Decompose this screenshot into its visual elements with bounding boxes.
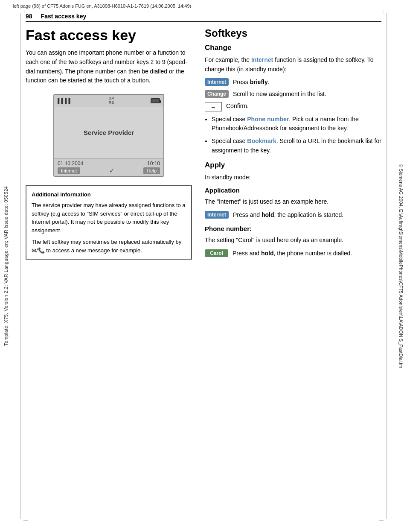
battery-icon	[151, 98, 160, 103]
key-row-carol: Carol Press and hold, the phone number i…	[205, 249, 381, 258]
gp-rs-label: GPRS	[109, 96, 114, 105]
phone-bottom-bar: 01.10.2004 10:10 Internet ✓ Help	[54, 158, 163, 176]
change-bullets: Special case Phone number. Pick out a na…	[205, 115, 381, 155]
left-margin: Template: X75, Version 2.2; VAR Language…	[0, 0, 12, 532]
phone-left-softkey: Internet	[58, 167, 80, 174]
bullet-bookmark: Special case Bookmark. Scroll to a URL i…	[212, 137, 381, 155]
info-box-title: Additional information	[32, 190, 186, 199]
bookmark-highlight: Bookmark	[247, 137, 276, 144]
left-column: Fast access key You can assign one impor…	[26, 27, 192, 261]
application-subsection: Application The "Internet" is just used …	[205, 187, 381, 219]
phone-right-softkey: Help	[143, 167, 160, 174]
carol-key-btn: Carol	[205, 249, 228, 257]
phone-number-highlight: Phone number	[247, 116, 289, 123]
apply-heading: Apply	[205, 161, 381, 170]
main-heading: Fast access key	[26, 27, 192, 43]
right-margin: © Siemens AG 2004, E:\Auftrag\Siemens\Mo…	[395, 0, 407, 532]
right-margin-line	[386, 13, 387, 519]
left-margin-line	[20, 13, 21, 519]
phone-mockup: ▌▌▌▌ GPRS Service Provider 01.10.2004 10…	[53, 94, 164, 177]
change-key-desc: Scroll to new assignment in the list.	[233, 90, 326, 99]
key-row-change: Change Scroll to new assignment in the l…	[205, 90, 381, 99]
right-column: Softkeys Change For example, the Interne…	[205, 27, 381, 261]
internet-apply-key-btn: Internet	[205, 211, 229, 219]
bullet-phone-number: Special case Phone number. Pick out a na…	[212, 115, 381, 133]
softkeys-heading: Softkeys	[205, 27, 381, 39]
key-row-internet: Internet Press briefly.	[205, 78, 381, 87]
info-box: Additional information The service provi…	[26, 185, 192, 260]
phone-number-subheading: Phone number:	[205, 225, 381, 232]
corner-mark-bl: —	[23, 517, 28, 523]
application-text: The "Internet" is just used as an exampl…	[205, 197, 381, 207]
service-provider-text: Service Provider	[84, 129, 134, 136]
apply-section: Apply In standby mode: Application The "…	[205, 161, 381, 257]
dash-key-desc: Confirm.	[226, 102, 249, 111]
carol-key-desc: Press and hold, the phone number is dial…	[233, 249, 352, 258]
intro-text: You can assign one important phone numbe…	[26, 48, 192, 85]
internet-key-desc: Press briefly.	[233, 78, 270, 87]
apply-intro: In standby mode:	[205, 173, 381, 182]
dash-key-btn: –	[205, 102, 222, 111]
phone-check-mark: ✓	[109, 167, 114, 174]
signal-icon: ▌▌▌▌	[58, 98, 72, 104]
corner-mark-tl: |	[23, 9, 25, 15]
key-row-dash: – Confirm.	[205, 102, 381, 111]
change-key-btn: Change	[205, 90, 229, 98]
top-header: left page (98) of CF75 Adonis FUG en, A3…	[13, 3, 394, 10]
key-row-internet-apply: Internet Press and hold, the application…	[205, 211, 381, 219]
internet-apply-desc: Press and hold, the application is start…	[233, 211, 343, 219]
internet-key-btn: Internet	[205, 78, 229, 86]
change-intro: For example, the Internet function is as…	[205, 56, 381, 74]
phone-time: 10:10	[147, 161, 160, 167]
corner-mark-br: —	[379, 517, 384, 523]
phone-date-time: 01.10.2004 10:10	[58, 161, 160, 167]
two-columns: Fast access key You can assign one impor…	[26, 27, 381, 261]
phone-number-text: The setting "Carol" is used here only as…	[205, 236, 381, 245]
phone-number-subsection: Phone number: The setting "Carol" is use…	[205, 225, 381, 257]
page-header: 98 Fast access key	[26, 13, 381, 22]
corner-mark-tr: |	[382, 9, 384, 15]
phone-date: 01.10.2004	[58, 161, 83, 167]
phone-screen: Service Provider	[54, 107, 163, 158]
phone-top-bar: ▌▌▌▌ GPRS	[54, 95, 163, 107]
main-content: 98 Fast access key Fast access key You c…	[26, 13, 381, 515]
info-box-para2: The left softkey may sometimes be replac…	[32, 238, 186, 254]
application-subheading: Application	[205, 187, 381, 194]
info-box-para1: The service provider may have already as…	[32, 201, 186, 234]
change-section: Change For example, the Internet functio…	[205, 44, 381, 155]
phone-softkeys: Internet ✓ Help	[58, 167, 160, 174]
change-heading: Change	[205, 44, 381, 52]
page-title-header: Fast access key	[41, 13, 87, 20]
page-number: 98	[26, 13, 32, 20]
internet-highlight-1: Internet	[251, 56, 273, 63]
